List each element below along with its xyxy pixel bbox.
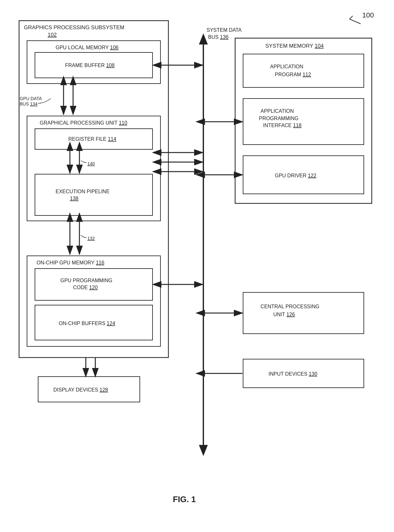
system-data-bus-label2: BUS 136 (208, 34, 228, 40)
gpu-local-mem-label: GPU LOCAL MEMORY 106 (56, 45, 119, 50)
exec-pipeline-box (35, 174, 153, 215)
system-memory-label: SYSTEM MEMORY 104 (265, 43, 324, 49)
display-devices-label: DISPLAY DEVICES 128 (53, 387, 108, 392)
gpu-label: GRAPHICAL PROCESSING UNIT 110 (40, 120, 127, 126)
system-memory-box (235, 38, 372, 203)
app-program-box (243, 54, 364, 87)
gpu-prog-code-label2: CODE 120 (73, 285, 98, 290)
ref-100: 100 (362, 11, 374, 19)
exec-pipeline-label: EXECUTION PIPELINE (56, 189, 110, 194)
input-devices-label: INPUT DEVICES 130 (268, 371, 317, 377)
fig-caption: FIG. 1 (173, 494, 196, 504)
ref-132: 132 (87, 236, 95, 241)
on-chip-buffers-label: ON-CHIP BUFFERS 124 (59, 321, 115, 326)
cpu-label2: UNIT 126 (273, 312, 295, 317)
app-program-label2: PROGRAM 112 (275, 72, 311, 77)
gps-label: GRAPHICS PROCESSING SUBSYSTEM (24, 24, 124, 31)
on-chip-gpu-mem-box (27, 256, 160, 346)
exec-pipeline-ref: 138 (70, 196, 78, 201)
frame-buffer-label: FRAME BUFFER 108 (65, 63, 115, 68)
api-box (243, 99, 364, 145)
api-label: APPLICATION (261, 108, 294, 114)
ref-140: 140 (87, 161, 95, 166)
app-program-label: APPLICATION (270, 64, 303, 69)
bus-arrow-down (199, 445, 208, 456)
gpu-prog-code-box (35, 269, 153, 300)
cpu-box (243, 292, 364, 334)
api-label2: PROGRAMMING (259, 116, 298, 121)
cpu-label: CENTRAL PROCESSING (261, 304, 319, 309)
gpu-data-bus-label2: BUS 134 (20, 101, 37, 106)
register-file-label: REGISTER FILE 114 (68, 136, 116, 142)
svg-line-7 (350, 16, 353, 19)
gps-ref: 102 (48, 32, 57, 38)
gpu-box (27, 116, 160, 221)
gpu-prog-code-label: GPU PROGRAMMING (60, 278, 112, 283)
gpu-driver-label: GPU DRIVER 122 (275, 173, 316, 178)
on-chip-gpu-mem-label: ON-CHIP GPU MEMORY 116 (37, 260, 105, 265)
svg-line-6 (350, 19, 361, 24)
api-label3: INTERFACE 118 (263, 123, 302, 128)
gpu-data-bus-label: GPU DATA (20, 96, 42, 101)
system-data-bus-label: SYSTEM DATA (207, 27, 242, 33)
bus-arrow-up (199, 33, 208, 44)
